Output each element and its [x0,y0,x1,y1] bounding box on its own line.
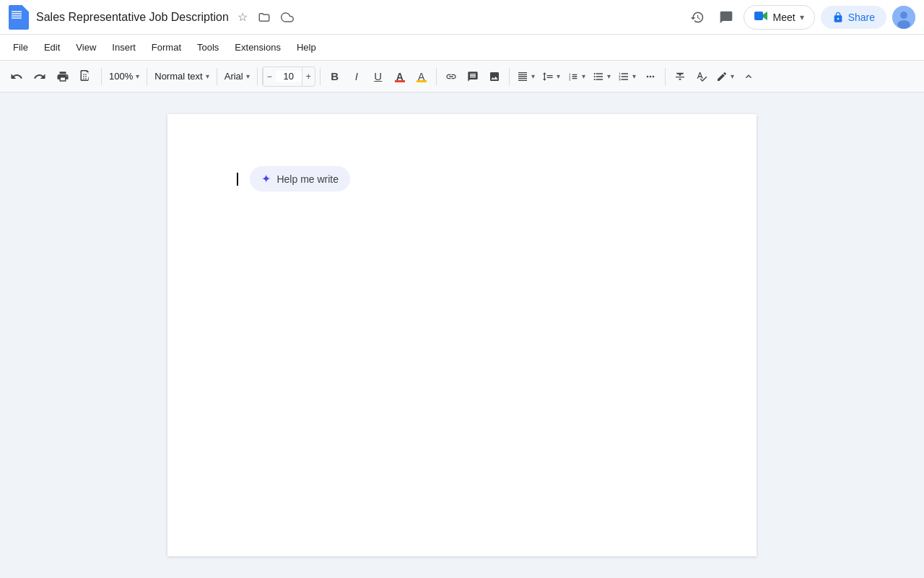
cloud-button[interactable] [278,9,297,25]
strikethrough-button[interactable] [670,66,690,87]
divider-3 [217,68,217,85]
document-title[interactable]: Sales Representative Job Description [36,11,229,24]
font-size-plus-button[interactable]: + [302,67,315,86]
document-area: ✦ Help me write [0,92,924,578]
share-button[interactable]: Share [821,6,886,29]
toolbar: 100% ▾ Normal text ▾ Arial ▾ − + B I U A… [0,61,924,92]
add-comment-button[interactable] [463,66,483,87]
divider-7 [509,68,510,85]
divider-5 [320,68,321,85]
title-icon-group: ☆ [235,9,297,25]
edit-mode-chevron-icon: ▾ [731,72,734,80]
svg-point-3 [897,20,910,29]
spell-check-button[interactable] [692,66,712,87]
menu-bar: File Edit View Insert Format Tools Exten… [0,35,924,61]
font-chevron-icon: ▾ [246,72,250,80]
share-label: Share [848,12,875,23]
bullet-list-select[interactable]: ▾ [590,65,614,88]
underline-button[interactable]: U [368,66,388,87]
line-spacing-select[interactable]: ▾ [539,65,563,88]
align-chevron-icon: ▾ [531,72,535,80]
menu-format[interactable]: Format [144,39,188,56]
text-color-icon: A [396,71,404,82]
redo-button[interactable] [29,65,51,88]
svg-rect-0 [754,12,763,20]
help-me-write-label: Help me write [276,173,339,185]
zoom-chevron-icon: ▾ [136,72,139,80]
font-size-minus-button[interactable]: − [263,67,276,86]
divider-8 [665,68,666,85]
bold-button[interactable]: B [325,66,345,87]
title-bar: Sales Representative Job Description ☆ [0,0,924,35]
highlight-icon: A [418,71,424,82]
align-select[interactable]: ▾ [514,65,538,88]
menu-edit[interactable]: Edit [37,39,67,56]
menu-view[interactable]: View [69,39,103,56]
meet-chevron-icon: ▾ [800,12,804,22]
link-button[interactable] [441,66,461,87]
text-style-chevron-icon: ▾ [206,72,209,80]
app-icon [9,5,29,30]
insert-image-button[interactable] [484,66,505,87]
font-select[interactable]: Arial ▾ [222,65,253,88]
text-style-select[interactable]: Normal text ▾ [152,65,212,88]
more-options-button[interactable] [640,66,661,87]
menu-tools[interactable]: Tools [190,39,226,56]
ordered-list-chevron-icon: ▾ [632,72,636,80]
paint-format-button[interactable] [75,65,97,88]
font-size-control: − + [262,66,315,87]
collapse-toolbar-button[interactable] [738,66,759,87]
history-button[interactable] [686,6,709,29]
menu-insert[interactable]: Insert [105,39,143,56]
line-spacing-chevron-icon: ▾ [557,72,560,80]
italic-button[interactable]: I [346,66,367,87]
divider-6 [436,68,437,85]
star-button[interactable]: ☆ [235,9,250,25]
comments-button[interactable] [715,6,738,29]
highlight-button[interactable]: A [411,66,432,87]
divider-1 [101,68,102,85]
sparkle-icon: ✦ [261,172,271,186]
print-button[interactable] [52,65,74,88]
undo-button[interactable] [6,65,27,88]
text-color-button[interactable]: A [390,66,410,87]
folder-button[interactable] [255,9,274,25]
document-content: ✦ Help me write [237,166,687,191]
checklist-select[interactable]: ▾ [565,65,588,88]
text-style-value: Normal text [154,71,202,82]
meet-label: Meet [773,12,796,23]
cursor [237,173,238,186]
ordered-list-select[interactable]: ▾ [615,65,639,88]
checklist-chevron-icon: ▾ [582,72,585,80]
bullet-list-chevron-icon: ▾ [607,72,611,80]
document-page[interactable]: ✦ Help me write [167,114,757,556]
divider-4 [257,68,258,85]
menu-file[interactable]: File [6,39,35,56]
header-right: Meet ▾ Share [686,5,915,30]
meet-button[interactable]: Meet ▾ [744,5,815,30]
menu-extensions[interactable]: Extensions [227,39,288,56]
zoom-select[interactable]: 100% ▾ [106,65,142,88]
font-size-input[interactable] [276,71,302,82]
font-value: Arial [225,71,243,82]
edit-mode-select[interactable]: ▾ [713,65,737,88]
avatar[interactable] [892,6,915,29]
menu-help[interactable]: Help [289,39,323,56]
svg-point-2 [900,12,907,19]
zoom-value: 100% [109,71,133,82]
help-me-write-button[interactable]: ✦ Help me write [250,166,350,191]
divider-2 [147,68,147,85]
meet-icon [754,10,769,25]
